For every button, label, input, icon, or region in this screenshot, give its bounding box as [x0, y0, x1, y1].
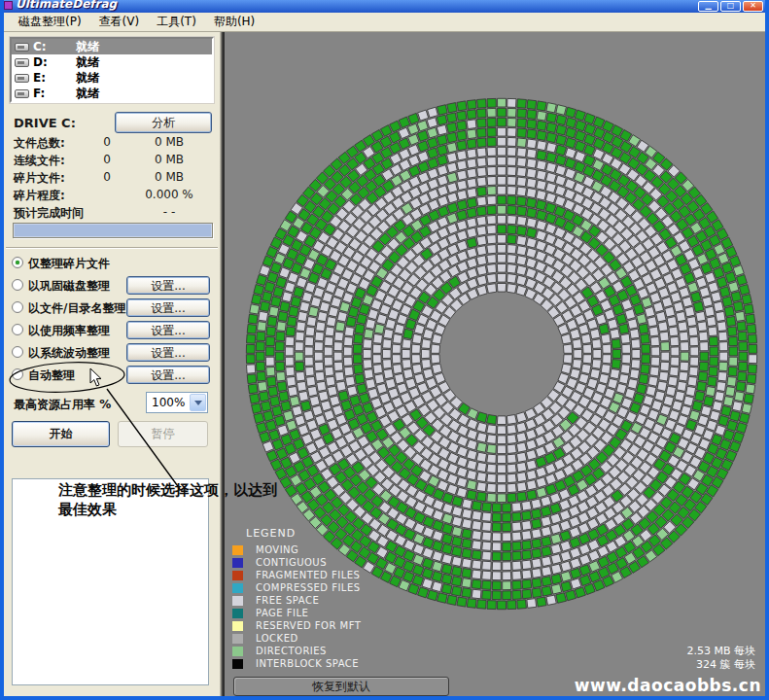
disk-block [395, 373, 405, 384]
report-box [12, 478, 209, 685]
disk-block [738, 371, 748, 381]
disk-block [457, 111, 467, 121]
menu-item-1[interactable]: 磁盘整理(P) [10, 12, 90, 32]
disk-block [344, 327, 354, 336]
disk-block [265, 347, 274, 356]
disk-block [542, 567, 552, 577]
disk-block [308, 306, 318, 317]
disk-block [467, 178, 476, 188]
resource-usage-combo[interactable]: 100% [146, 392, 208, 413]
disk-block [467, 208, 477, 218]
disk-block [640, 404, 650, 415]
menu-item-4[interactable]: 帮助(H) [205, 12, 263, 32]
minimize-button[interactable]: ▁ [698, 1, 718, 12]
disk-block [321, 401, 332, 411]
disk-block [428, 107, 438, 118]
disk-block [739, 352, 748, 361]
radio-button[interactable] [12, 257, 23, 268]
disk-block [681, 405, 691, 416]
disk-block [498, 176, 507, 185]
disk-block [257, 423, 267, 434]
disk-block [700, 352, 709, 361]
disk-block [325, 336, 333, 346]
disk-block [688, 327, 698, 336]
disk-block [563, 344, 572, 353]
disk-block [482, 551, 492, 560]
disk-block [422, 339, 432, 349]
drive-row[interactable]: E:就绪 [12, 70, 212, 86]
disk-block [276, 362, 285, 370]
drive-row[interactable]: F:就绪 [12, 86, 212, 101]
drive-row[interactable]: D:就绪 [12, 54, 212, 70]
disk-block [610, 369, 619, 379]
disk-block [727, 327, 737, 336]
radio-button[interactable] [12, 346, 23, 358]
radio-button[interactable] [12, 301, 23, 313]
disk-block [247, 365, 256, 373]
disk-block [487, 454, 497, 464]
disk-block [326, 282, 336, 293]
disk-block [417, 141, 429, 152]
disk-block [497, 234, 506, 243]
disk-block [441, 574, 452, 584]
disk-block [411, 355, 420, 364]
close-button[interactable]: ✕ [743, 1, 763, 12]
disk-block [476, 412, 487, 423]
disk-block [674, 301, 684, 312]
disk-block [472, 570, 481, 579]
disk-block [575, 110, 585, 121]
disk-block [363, 339, 371, 349]
settings-button[interactable]: 设置... [126, 276, 210, 295]
radio-button[interactable] [12, 324, 23, 335]
disk-block [467, 158, 476, 168]
maximize-button[interactable]: □ [720, 1, 741, 12]
disk-block [708, 376, 717, 386]
menu-item-3[interactable]: 工具(T) [148, 12, 205, 32]
disk-block [397, 383, 407, 394]
disk-block [689, 367, 698, 376]
disk-block [545, 202, 556, 213]
drive-row[interactable]: C:就绪 [12, 39, 212, 54]
disk-block [662, 297, 673, 307]
menu-item-2[interactable]: 查看(V) [90, 12, 149, 32]
disk-block [477, 196, 487, 206]
disk-block [334, 371, 344, 381]
drive-status: 就绪 [76, 70, 99, 87]
disk-block [252, 295, 262, 305]
disk-block [668, 376, 678, 386]
disk-block [690, 357, 699, 366]
chevron-down-icon[interactable] [190, 394, 206, 411]
radio-button[interactable] [12, 279, 23, 291]
disk-block [507, 274, 517, 284]
disk-block [498, 137, 507, 146]
disk-block [403, 368, 413, 379]
disk-block [254, 285, 264, 296]
radio-button[interactable] [12, 368, 23, 380]
settings-button[interactable]: 设置... [126, 343, 210, 362]
disk-block [570, 547, 580, 558]
disk-block [566, 107, 577, 118]
disk-block [630, 329, 640, 338]
disk-block [522, 521, 532, 531]
disk-block [550, 493, 561, 504]
disk-block [452, 567, 463, 577]
disk-block [462, 519, 472, 529]
start-button[interactable]: 开始 [12, 421, 110, 447]
drive-name: E: [33, 71, 76, 85]
drive-list[interactable]: C:就绪D:就绪E:就绪F:就绪 [10, 37, 214, 103]
disk-block [512, 522, 522, 532]
analyze-button[interactable]: 分析 [115, 112, 212, 133]
disk-block [477, 158, 487, 167]
settings-button[interactable]: 设置... [126, 298, 210, 317]
disk-block [487, 137, 496, 146]
restore-defaults-button[interactable]: 恢复到默认 [233, 677, 449, 696]
disk-block [536, 477, 546, 488]
disk-block [516, 265, 527, 276]
stat-size: 0 MB [130, 153, 208, 166]
disk-block [363, 349, 371, 358]
settings-button[interactable]: 设置... [126, 366, 210, 384]
settings-button[interactable]: 设置... [126, 321, 210, 339]
disk-block [428, 158, 438, 168]
disk-block [267, 377, 277, 387]
disk-block [307, 317, 317, 327]
